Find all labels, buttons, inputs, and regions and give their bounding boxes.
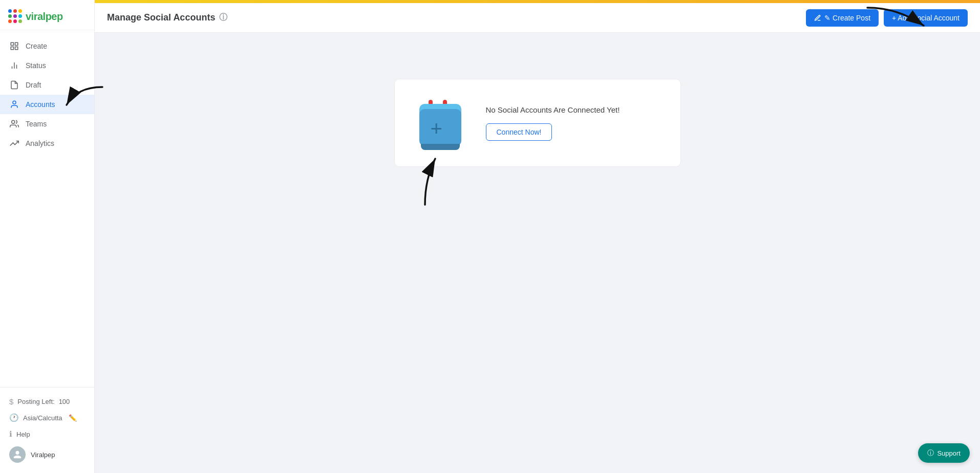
svg-point-7 <box>13 101 16 104</box>
calendar-shadow <box>421 144 460 150</box>
logo-area: viralpep <box>0 0 94 30</box>
svg-rect-3 <box>15 47 18 50</box>
svg-rect-0 <box>11 42 13 45</box>
connect-now-label: Connect Now! <box>497 128 542 136</box>
sidebar-item-accounts-label: Accounts <box>26 100 55 109</box>
sidebar: viralpep Create Status Draft <box>0 0 95 473</box>
create-post-label: ✎ Create Post <box>824 14 870 22</box>
support-label: Support <box>937 449 961 457</box>
clock-icon: 🕐 <box>9 413 19 422</box>
sidebar-item-analytics-label: Analytics <box>26 139 54 147</box>
logo-dots-icon <box>8 9 23 24</box>
page-title: Manage Social Accounts ⓘ <box>107 12 227 23</box>
nav-menu: Create Status Draft Accounts <box>0 30 94 387</box>
svg-rect-1 <box>15 42 18 45</box>
svg-rect-2 <box>11 47 13 50</box>
timezone-info[interactable]: 🕐 Asia/Calcutta ✏️ <box>0 410 94 426</box>
posting-left-value: 100 <box>59 398 70 405</box>
sidebar-item-accounts[interactable]: Accounts <box>0 95 94 114</box>
sidebar-item-create-label: Create <box>26 42 47 50</box>
title-info-icon[interactable]: ⓘ <box>219 12 227 23</box>
create-icon <box>9 41 19 51</box>
posting-left-label: Posting Left: <box>17 398 54 405</box>
sidebar-bottom: $ Posting Left: 100 🕐 Asia/Calcutta ✏️ ℹ… <box>0 387 94 473</box>
logo[interactable]: viralpep <box>8 9 86 24</box>
timezone-label: Asia/Calcutta <box>23 414 62 422</box>
sidebar-item-analytics[interactable]: Analytics <box>0 134 94 153</box>
analytics-icon <box>9 139 19 148</box>
add-social-account-button[interactable]: + Add Social Account <box>884 9 968 27</box>
status-icon <box>9 61 19 70</box>
support-icon: ⓘ <box>927 448 934 458</box>
accounts-icon <box>9 100 19 109</box>
dollar-icon: $ <box>9 397 13 406</box>
calendar-plus-icon: + <box>431 118 442 139</box>
svg-point-8 <box>12 120 15 123</box>
create-post-button[interactable]: ✎ Create Post <box>806 9 879 27</box>
teams-icon <box>9 119 19 128</box>
main-content: + No Social Accounts Are Connected Yet! … <box>95 33 980 473</box>
posting-left-info: $ Posting Left: 100 <box>0 394 94 410</box>
draft-icon <box>9 80 19 90</box>
calendar-illustration: + <box>419 100 465 146</box>
header-actions: ✎ Create Post + Add Social Account <box>806 9 968 27</box>
user-row[interactable]: Viralpep <box>0 442 94 467</box>
sidebar-item-teams[interactable]: Teams <box>0 114 94 134</box>
connect-now-button[interactable]: Connect Now! <box>486 123 552 141</box>
page-title-text: Manage Social Accounts <box>107 12 215 23</box>
sidebar-item-status[interactable]: Status <box>0 56 94 75</box>
empty-state-text: No Social Accounts Are Connected Yet! Co… <box>486 105 656 141</box>
add-social-account-label: + Add Social Account <box>892 14 960 22</box>
avatar <box>9 446 26 463</box>
sidebar-item-draft-label: Draft <box>26 81 41 89</box>
sidebar-item-draft[interactable]: Draft <box>0 75 94 95</box>
header: Manage Social Accounts ⓘ ✎ Create Post +… <box>95 3 980 33</box>
user-name: Viralpep <box>31 451 55 459</box>
help-label: Help <box>16 431 30 438</box>
empty-state-card: + No Social Accounts Are Connected Yet! … <box>394 79 681 167</box>
edit-timezone-icon[interactable]: ✏️ <box>69 414 77 422</box>
main-area: Manage Social Accounts ⓘ ✎ Create Post +… <box>95 0 980 473</box>
help-info[interactable]: ℹ Help <box>0 426 94 442</box>
logo-text: viralpep <box>26 11 63 23</box>
sidebar-item-status-label: Status <box>26 61 46 70</box>
calendar-base: + <box>419 109 461 146</box>
help-icon: ℹ <box>9 429 12 439</box>
support-button[interactable]: ⓘ Support <box>918 443 970 463</box>
sidebar-item-teams-label: Teams <box>26 120 47 128</box>
sidebar-item-create[interactable]: Create <box>0 36 94 56</box>
empty-state-title: No Social Accounts Are Connected Yet! <box>486 105 656 114</box>
